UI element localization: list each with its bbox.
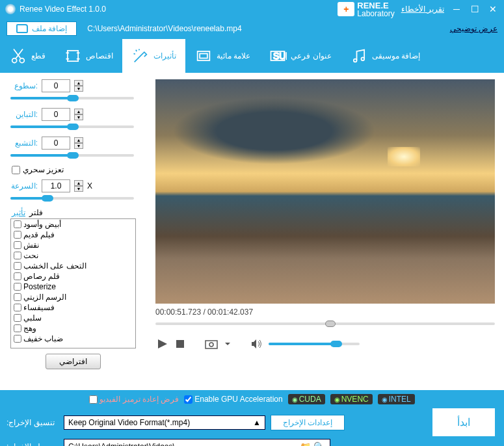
svg-rect-4 — [200, 54, 207, 59]
filter-item[interactable]: التحف على الخشب — [11, 261, 135, 271]
folder-plus-icon — [16, 24, 28, 33]
filter-checkbox[interactable] — [14, 314, 21, 322]
svg-point-1 — [20, 59, 24, 63]
video-preview — [155, 79, 495, 304]
speed-label: السرعة: — [7, 181, 38, 190]
brightness-down[interactable]: ▼ — [74, 86, 83, 92]
intel-badge: ◉ INTEL — [378, 394, 415, 404]
filter-checkbox[interactable] — [14, 324, 21, 332]
format-select[interactable]: Keep Original Video Format(*.mp4)▲ — [64, 415, 265, 430]
svg-point-8 — [361, 57, 364, 60]
filter-item[interactable]: وهج — [11, 323, 135, 334]
snapshot-button[interactable] — [205, 339, 218, 349]
filter-item[interactable]: ضباب خفيف — [11, 334, 135, 344]
volume-slider[interactable] — [269, 341, 360, 347]
filter-item[interactable]: قلم رصاص — [11, 271, 135, 282]
stop-button[interactable] — [175, 339, 185, 349]
saturation-slider[interactable] — [10, 151, 134, 160]
filter-checkbox[interactable] — [14, 335, 21, 343]
speed-input[interactable] — [42, 179, 70, 192]
speed-slider[interactable] — [10, 194, 134, 203]
filter-item[interactable]: فسيفساء — [11, 302, 135, 313]
bug-report-link[interactable]: تقرير الأخطاء — [401, 5, 444, 14]
brightness-input[interactable] — [42, 79, 70, 92]
cuda-badge: ◉ CUDA — [288, 394, 325, 404]
saturation-up[interactable]: ▲ — [74, 137, 83, 143]
saturation-down[interactable]: ▼ — [74, 143, 83, 149]
gpu-accel-checkbox[interactable] — [184, 395, 192, 404]
tab-subtitle[interactable]: SUBعنوان فرعي — [259, 39, 340, 73]
saturation-label: التشبع: — [7, 138, 38, 148]
filter-item[interactable]: الرسم الزيتي — [11, 292, 135, 302]
tab-music[interactable]: إضافة موسيقى — [341, 39, 429, 73]
filter-checkbox[interactable] — [14, 252, 21, 259]
filter-checkbox[interactable] — [14, 272, 21, 280]
contrast-slider[interactable] — [10, 122, 134, 131]
contrast-up[interactable]: ▲ — [74, 109, 83, 114]
default-button[interactable]: افتراضي — [46, 354, 101, 369]
time-display: 00:00:51.723 / 00:01:42.037 — [155, 308, 495, 317]
filter-tab-effect[interactable]: تأثير — [12, 208, 25, 217]
svg-rect-10 — [206, 341, 217, 348]
svg-point-7 — [354, 59, 357, 62]
filter-item[interactable]: فيلم قديم — [11, 230, 135, 240]
demo-link[interactable]: عرض توضيحي — [450, 24, 497, 33]
search-icon[interactable]: 🔍 — [313, 441, 325, 446]
brightness-label: سطوع: — [7, 81, 38, 90]
seek-slider[interactable] — [155, 319, 495, 328]
saturation-input[interactable] — [42, 137, 70, 150]
filter-checkbox[interactable] — [14, 220, 21, 228]
nvenc-badge: ◉ NVENC — [330, 394, 373, 404]
outdir-input[interactable]: C:\Users\Administrator\Videos\ 📁 🔍 — [64, 439, 330, 446]
format-label: :تنسيق الإخراج — [7, 418, 59, 427]
chevron-up-icon: ▲ — [253, 418, 261, 427]
force-reencode-checkbox[interactable] — [89, 395, 98, 404]
tab-cut[interactable]: قطع — [0, 39, 55, 73]
tab-effects[interactable]: تأثيرات — [122, 39, 185, 73]
app-title: Renee Video Effect 1.0.0 — [20, 5, 106, 14]
play-button[interactable] — [155, 337, 168, 350]
filter-item[interactable]: أبيض وأسود — [11, 219, 135, 230]
outdir-label: :مجلد الإخراج — [7, 442, 59, 446]
filter-checkbox[interactable] — [14, 304, 21, 311]
filter-checkbox[interactable] — [14, 293, 21, 301]
filter-tab-filter[interactable]: فلتر — [29, 208, 43, 217]
volume-icon[interactable] — [250, 339, 262, 349]
filter-checkbox[interactable] — [14, 231, 21, 239]
contrast-label: التباين: — [7, 110, 38, 119]
folder-icon[interactable]: 📁 — [300, 441, 311, 446]
maximize-button[interactable]: ☐ — [469, 3, 481, 15]
brand-text: RENE.ELaboratory — [357, 1, 394, 18]
speed-down[interactable]: ▼ — [74, 186, 83, 192]
tab-crop[interactable]: اقتصاص — [55, 39, 122, 73]
close-button[interactable]: ✕ — [487, 3, 499, 15]
speed-up[interactable]: ▲ — [74, 180, 83, 186]
brightness-up[interactable]: ▲ — [74, 80, 83, 86]
filter-item[interactable]: نحت — [11, 250, 135, 261]
output-settings-button[interactable]: إعدادات الإخراج — [271, 415, 345, 430]
contrast-input[interactable] — [42, 108, 70, 121]
svg-text:SUB: SUB — [273, 51, 287, 61]
filter-item[interactable]: سلبي — [11, 313, 135, 323]
minimize-button[interactable]: ─ — [451, 3, 462, 15]
filter-checkbox[interactable] — [14, 241, 21, 249]
filter-checkbox[interactable] — [14, 283, 21, 291]
svg-point-0 — [12, 59, 17, 63]
svg-point-11 — [209, 343, 213, 347]
magic-enhance-checkbox[interactable] — [12, 166, 20, 174]
add-file-button[interactable]: إضافة ملف — [7, 21, 77, 36]
start-button[interactable]: ابدأ — [432, 408, 495, 436]
brand-icon — [338, 2, 354, 16]
filter-item[interactable]: نقش — [11, 240, 135, 250]
tab-watermark[interactable]: علامة مائية — [185, 39, 259, 73]
magic-enhance-label: تعزيز سحري — [23, 165, 64, 174]
file-path: C:\Users\Administrator\Videos\reneelab.m… — [87, 24, 241, 33]
snapshot-dropdown[interactable] — [224, 341, 231, 347]
filter-item[interactable]: Posterize — [11, 282, 135, 292]
contrast-down[interactable]: ▼ — [74, 114, 83, 120]
filter-checkbox[interactable] — [14, 262, 21, 270]
app-logo-icon — [5, 4, 16, 14]
filter-list[interactable]: أبيض وأسودفيلم قديمنقشنحتالتحف على الخشب… — [10, 218, 136, 348]
svg-rect-2 — [68, 51, 78, 61]
brightness-slider[interactable] — [10, 94, 134, 103]
